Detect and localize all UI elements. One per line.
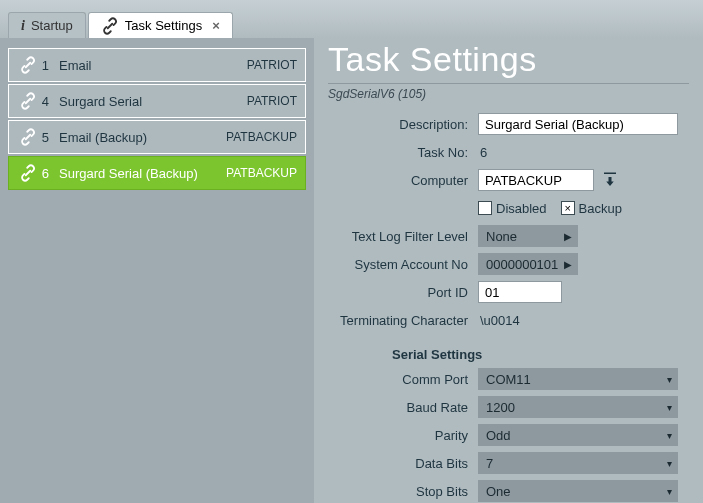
page-title: Task Settings xyxy=(328,40,689,79)
task-name: Surgard Serial xyxy=(59,94,209,109)
parity-dropdown[interactable]: Odd ▾ xyxy=(478,424,678,446)
tab-bar: i Startup Task Settings × xyxy=(0,0,703,38)
task-row[interactable]: 5Email (Backup)PATBACKUP xyxy=(8,120,306,154)
label-system-account: System Account No xyxy=(328,257,478,272)
link-icon xyxy=(101,17,119,35)
close-icon[interactable]: × xyxy=(212,18,220,33)
dropdown-value: 1200 xyxy=(486,400,515,415)
label-port-id: Port ID xyxy=(328,285,478,300)
task-no-value: 6 xyxy=(478,145,487,160)
task-computer: PATBACKUP xyxy=(209,130,297,144)
link-icon xyxy=(17,164,39,182)
dropdown-value: One xyxy=(486,484,511,499)
port-id-input[interactable] xyxy=(478,281,562,303)
disabled-checkbox[interactable]: Disabled xyxy=(478,201,547,216)
label-task-no: Task No: xyxy=(328,145,478,160)
link-icon xyxy=(17,56,39,74)
serial-settings-header: Serial Settings xyxy=(392,347,689,362)
task-name: Email (Backup) xyxy=(59,130,209,145)
task-settings-panel: Task Settings SgdSerialV6 (105) Descript… xyxy=(314,38,703,503)
link-icon xyxy=(17,128,39,146)
label-data-bits: Data Bits xyxy=(328,456,478,471)
term-char-value: \u0014 xyxy=(478,313,520,328)
task-computer: PATRIOT xyxy=(209,58,297,72)
dropdown-value: Odd xyxy=(486,428,511,443)
label-stop-bits: Stop Bits xyxy=(328,484,478,499)
task-number: 6 xyxy=(39,166,59,181)
data-bits-dropdown[interactable]: 7 ▾ xyxy=(478,452,678,474)
comm-port-dropdown[interactable]: COM11 ▾ xyxy=(478,368,678,390)
task-number: 1 xyxy=(39,58,59,73)
import-icon[interactable] xyxy=(600,170,620,190)
dropdown-value: 0000000101 xyxy=(486,257,558,272)
task-number: 4 xyxy=(39,94,59,109)
chevron-down-icon: ▾ xyxy=(667,430,672,441)
task-name: Surgard Serial (Backup) xyxy=(59,166,209,181)
description-input[interactable] xyxy=(478,113,678,135)
task-computer: PATRIOT xyxy=(209,94,297,108)
task-list: 1EmailPATRIOT4Surgard SerialPATRIOT5Emai… xyxy=(0,38,314,503)
tab-task-settings[interactable]: Task Settings × xyxy=(88,12,233,38)
chevron-right-icon: ▶ xyxy=(564,231,572,242)
dropdown-value: None xyxy=(486,229,517,244)
chevron-down-icon: ▾ xyxy=(667,374,672,385)
baud-rate-dropdown[interactable]: 1200 ▾ xyxy=(478,396,678,418)
task-type-subtitle: SgdSerialV6 (105) xyxy=(328,83,689,101)
tab-label: Startup xyxy=(31,18,73,33)
label-computer: Computer xyxy=(328,173,478,188)
chevron-right-icon: ▶ xyxy=(564,259,572,270)
chevron-down-icon: ▾ xyxy=(667,402,672,413)
label-term-char: Terminating Character xyxy=(328,313,478,328)
tab-label: Task Settings xyxy=(125,18,202,33)
dropdown-value: COM11 xyxy=(486,372,531,387)
stop-bits-dropdown[interactable]: One ▾ xyxy=(478,480,678,502)
chevron-down-icon: ▾ xyxy=(667,486,672,497)
task-name: Email xyxy=(59,58,209,73)
link-icon xyxy=(17,92,39,110)
task-row[interactable]: 1EmailPATRIOT xyxy=(8,48,306,82)
backup-checkbox[interactable]: × Backup xyxy=(561,201,622,216)
label-parity: Parity xyxy=(328,428,478,443)
dropdown-value: 7 xyxy=(486,456,493,471)
tab-startup[interactable]: i Startup xyxy=(8,12,86,38)
label-baud-rate: Baud Rate xyxy=(328,400,478,415)
info-icon: i xyxy=(21,18,25,34)
label-comm-port: Comm Port xyxy=(328,372,478,387)
label-description: Description: xyxy=(328,117,478,132)
task-row[interactable]: 6Surgard Serial (Backup)PATBACKUP xyxy=(8,156,306,190)
system-account-dropdown[interactable]: 0000000101 ▶ xyxy=(478,253,578,275)
task-number: 5 xyxy=(39,130,59,145)
task-computer: PATBACKUP xyxy=(209,166,297,180)
chevron-down-icon: ▾ xyxy=(667,458,672,469)
label-text-log-filter: Text Log Filter Level xyxy=(328,229,478,244)
backup-label: Backup xyxy=(579,201,622,216)
computer-input[interactable] xyxy=(478,169,594,191)
task-row[interactable]: 4Surgard SerialPATRIOT xyxy=(8,84,306,118)
disabled-label: Disabled xyxy=(496,201,547,216)
text-log-filter-dropdown[interactable]: None ▶ xyxy=(478,225,578,247)
